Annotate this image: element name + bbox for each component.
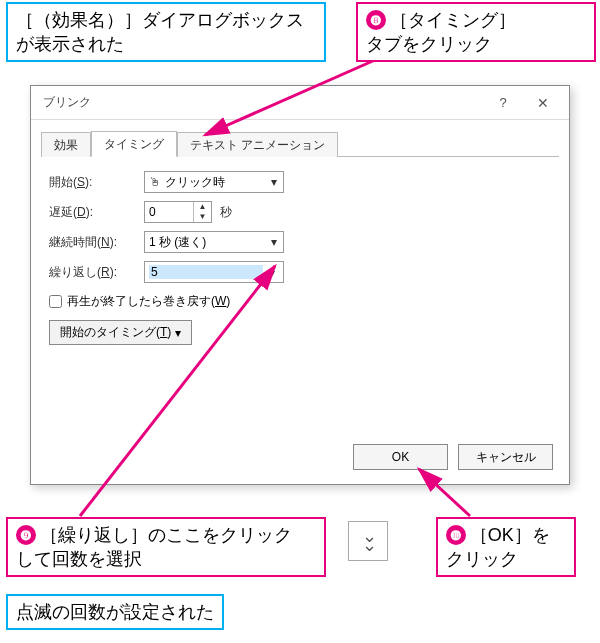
callout-step-9: ❾ ［繰り返し］のここをクリック して回数を選択 xyxy=(6,517,326,577)
callout-step-8: ❽ ［タイミング］ タブをクリック xyxy=(356,2,596,62)
step-number-8: ❽ xyxy=(366,10,386,30)
effect-options-dialog: ブリンク ? ✕ 効果 タイミング テキスト アニメーション 開始(S): 🖱 … xyxy=(30,85,570,485)
help-button[interactable]: ? xyxy=(483,90,523,116)
close-icon[interactable]: ✕ xyxy=(523,90,563,116)
callout-dialog-shown: ［（効果名）］ダイアログボックス が表示された xyxy=(6,2,326,62)
triggers-button[interactable]: 開始のタイミング(T) ▾ xyxy=(49,320,192,345)
chevron-down-icon: ▾ xyxy=(265,235,283,249)
chevron-down-icon: ▾ xyxy=(265,175,283,189)
tab-row: 効果 タイミング テキスト アニメーション xyxy=(41,130,559,157)
delay-input[interactable] xyxy=(145,202,193,222)
rewind-checkbox[interactable] xyxy=(49,295,62,308)
dialog-titlebar[interactable]: ブリンク ? ✕ xyxy=(31,86,569,120)
callout-result: 点滅の回数が設定された xyxy=(6,594,224,630)
duration-combobox[interactable]: 1 秒 (速く) ▾ xyxy=(144,231,284,253)
delay-spinner[interactable]: ▲▼ xyxy=(144,201,212,223)
step-number-10: ❿ xyxy=(446,525,466,545)
label-repeat: 繰り返し(R): xyxy=(49,264,144,281)
label-delay: 遅延(D): xyxy=(49,204,144,221)
unit-seconds: 秒 xyxy=(220,204,232,221)
chevron-down-icon: ▾ xyxy=(175,326,181,340)
chevron-down-icon[interactable]: ▾ xyxy=(263,262,281,282)
label-rewind: 再生が終了したら巻き戻す(W) xyxy=(67,293,230,310)
cancel-button[interactable]: キャンセル xyxy=(458,444,553,470)
tab-timing[interactable]: タイミング xyxy=(91,131,177,157)
tab-effect[interactable]: 効果 xyxy=(41,132,91,157)
repeat-value[interactable]: 5 xyxy=(149,265,263,279)
duration-value: 1 秒 (速く) xyxy=(149,234,265,251)
step-number-9: ❾ xyxy=(16,525,36,545)
start-value: クリック時 xyxy=(165,174,265,191)
label-start: 開始(S): xyxy=(49,174,144,191)
tab-text-animation[interactable]: テキスト アニメーション xyxy=(177,132,338,157)
collapse-button[interactable]: ⌄⌄ xyxy=(348,521,388,561)
start-combobox[interactable]: 🖱 クリック時 ▾ xyxy=(144,171,284,193)
double-chevron-down-icon: ⌄⌄ xyxy=(362,532,375,550)
spin-down-icon[interactable]: ▼ xyxy=(194,212,211,222)
triggers-label: 開始のタイミング(T) xyxy=(60,324,171,341)
repeat-combobox[interactable]: 5 ▾ xyxy=(144,261,284,283)
callout-step-10: ❿ ［OK］を クリック xyxy=(436,517,576,577)
ok-button[interactable]: OK xyxy=(353,444,448,470)
label-duration: 継続時間(N): xyxy=(49,234,144,251)
dialog-title: ブリンク xyxy=(43,94,483,111)
spin-up-icon[interactable]: ▲ xyxy=(194,202,211,212)
mouse-click-icon: 🖱 xyxy=(149,175,161,189)
